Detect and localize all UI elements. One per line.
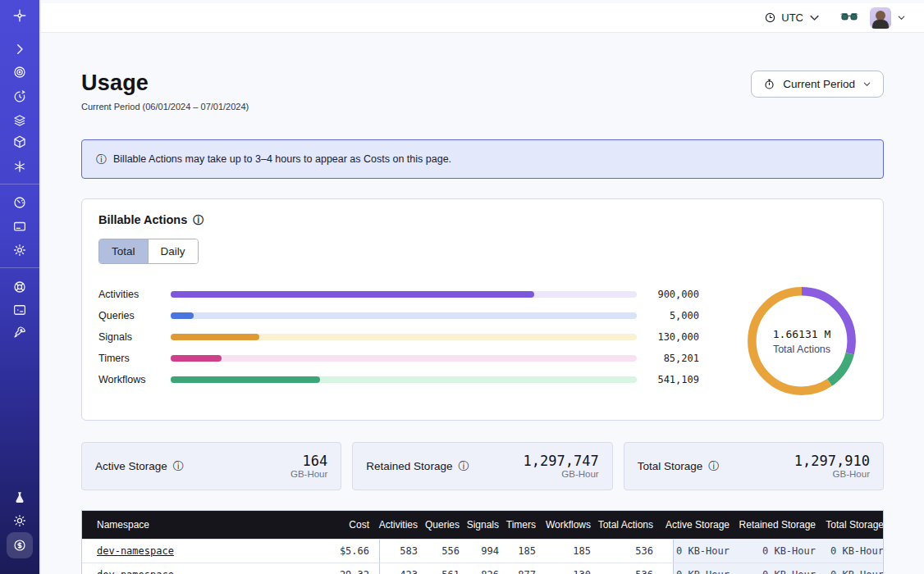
settings-gear-icon[interactable]: [12, 243, 27, 257]
chevron-down-icon: [808, 11, 821, 24]
main-area: UTC Usage Current Period (06/01/2024 – 0…: [39, 0, 924, 574]
bar-track: [171, 291, 637, 298]
table-row: dev-namespace $5.66 583 556 994 185 185 …: [82, 539, 883, 563]
namespace-link[interactable]: dev-namespace: [97, 569, 174, 574]
top-bar: UTC: [41, 3, 924, 33]
total-actions-donut: 1.66131 M Total Actions: [737, 284, 867, 399]
timezone-selector[interactable]: UTC: [764, 11, 821, 24]
info-icon[interactable]: ⓘ: [173, 461, 184, 472]
sidebar: [0, 0, 39, 574]
user-avatar[interactable]: [870, 7, 891, 29]
labs-flask-icon[interactable]: [12, 490, 27, 505]
total-storage-value: 1,297,910: [794, 453, 870, 469]
bar-track: [171, 334, 637, 340]
layers-icon[interactable]: [12, 113, 27, 128]
rocket-icon[interactable]: [12, 325, 27, 339]
expand-chevron-icon[interactable]: [12, 42, 27, 57]
bar-track: [171, 376, 637, 383]
bar-row-queries: Queries 5,000: [98, 305, 699, 326]
bar-row-workflows: Workflows 541,109: [98, 369, 699, 390]
console-monitor-icon[interactable]: [12, 303, 27, 317]
sidebar-divider: [0, 267, 39, 268]
table-header-row: Namespace Cost Activities Queries Signal…: [82, 511, 883, 539]
stopwatch-icon: [763, 78, 775, 90]
billing-card-icon[interactable]: [12, 219, 27, 234]
chevron-down-icon[interactable]: [897, 13, 906, 22]
timezone-label: UTC: [781, 11, 803, 24]
period-subtitle: Current Period (06/01/2024 – 07/01/2024): [81, 102, 249, 112]
donut-total-value: 1.66131 M: [773, 328, 830, 340]
page-title: Usage: [81, 71, 249, 96]
schedules-clock-icon[interactable]: [12, 89, 27, 104]
support-lifebuoy-icon[interactable]: [12, 280, 27, 294]
info-icon[interactable]: ⓘ: [458, 461, 469, 472]
donut-caption: Total Actions: [773, 344, 830, 355]
sidebar-divider: [0, 184, 39, 184]
bar-track: [171, 355, 637, 362]
storage-cards: Active Storageⓘ 164GB-Hour Retained Stor…: [81, 442, 884, 490]
total-daily-tabs: Total Daily: [98, 239, 199, 264]
clock-icon: [764, 11, 776, 24]
info-icon[interactable]: ⓘ: [193, 215, 204, 226]
namespace-usage-table: Namespace Cost Activities Queries Signal…: [81, 510, 884, 574]
billable-bar-chart: Activities 900,000 Queries 5,000 Signals…: [98, 284, 699, 390]
billable-actions-card: Billable Actions ⓘ Total Daily Activitie…: [81, 198, 884, 421]
bar-track: [171, 312, 637, 319]
bar-row-activities: Activities 900,000: [98, 284, 699, 305]
info-icon[interactable]: ⓘ: [708, 461, 719, 472]
table-row: dev-namespace 29.32 423 561 826 877 130 …: [82, 563, 883, 574]
retained-storage-card: Retained Storageⓘ 1,297,747GB-Hour: [352, 442, 612, 490]
banner-text: Billable Actions may take up to 3–4 hour…: [113, 153, 451, 165]
nexus-asterisk-icon[interactable]: [12, 159, 27, 174]
cube-icon[interactable]: [12, 134, 27, 149]
temporal-logo[interactable]: [12, 8, 27, 23]
total-storage-card: Total Storageⓘ 1,297,910GB-Hour: [624, 442, 884, 490]
active-storage-card: Active Storageⓘ 164GB-Hour: [81, 442, 341, 490]
glasses-icon[interactable]: [840, 12, 858, 24]
active-storage-value: 164: [290, 453, 327, 469]
namespace-link[interactable]: dev-namespace: [97, 545, 174, 557]
retained-storage-value: 1,297,747: [524, 453, 599, 469]
dollar-coin-icon[interactable]: [7, 532, 33, 558]
bar-row-signals: Signals 130,000: [98, 326, 699, 348]
theme-sun-icon[interactable]: [12, 513, 27, 528]
period-dropdown-button[interactable]: Current Period: [751, 71, 884, 98]
chevron-down-icon: [862, 80, 871, 89]
tab-daily[interactable]: Daily: [148, 239, 198, 263]
namespaces-icon[interactable]: [12, 65, 27, 80]
info-banner: ⓘ Billable Actions may take up to 3–4 ho…: [81, 139, 884, 179]
tab-total[interactable]: Total: [99, 239, 148, 263]
info-icon: ⓘ: [96, 154, 107, 165]
card-title: Billable Actions: [98, 213, 187, 226]
bar-row-timers: Timers 85,201: [98, 348, 699, 369]
usage-gauge-icon[interactable]: [12, 195, 27, 210]
